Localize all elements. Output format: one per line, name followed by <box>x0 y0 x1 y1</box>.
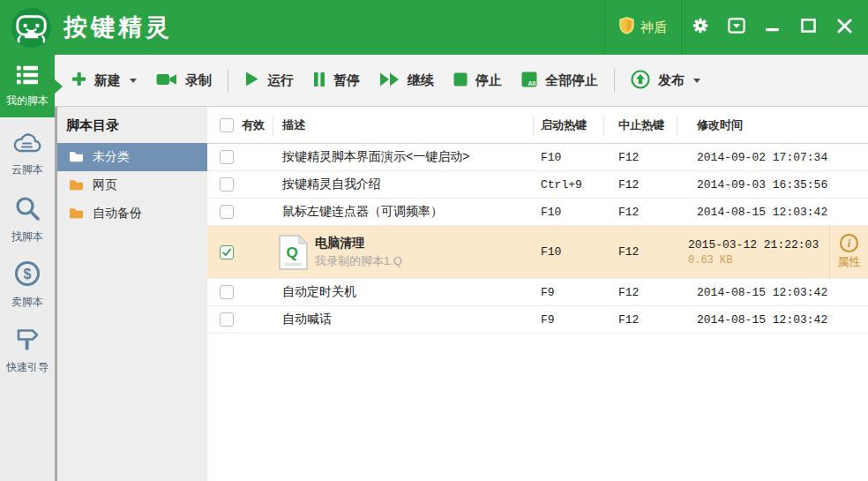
info-icon: i <box>840 234 858 252</box>
publish-button[interactable]: 发布 <box>621 63 710 98</box>
sidebar-item-label: 快速引导 <box>6 360 49 375</box>
minimize-button[interactable] <box>754 0 790 55</box>
abort-hotkey: F12 <box>604 245 677 259</box>
modified-time: 2014-08-15 12:03:42 <box>677 286 868 299</box>
pause-label: 暂停 <box>333 72 360 89</box>
sidebar-item-cloud-scripts[interactable]: 云脚本 <box>0 126 55 183</box>
pause-button[interactable]: 暂停 <box>303 63 370 98</box>
titlebar: 按键精灵 神盾 <box>0 0 868 55</box>
folder-item-label: 网页 <box>93 177 117 193</box>
camera-icon <box>156 71 177 90</box>
chevron-down-icon <box>693 79 700 83</box>
abort-hotkey: F12 <box>604 206 677 219</box>
script-file-icon: Q <box>279 235 308 270</box>
folder-item-uncategorized[interactable]: 未分类 <box>57 143 207 171</box>
script-row[interactable]: 鼠标左键连点器（可调频率） F10 F12 2014-08-15 12:03:4… <box>207 199 868 226</box>
publish-label: 发布 <box>658 72 685 89</box>
plus-icon <box>71 71 86 89</box>
titlebar-controls: 神盾 <box>604 0 868 55</box>
cloud-icon <box>12 132 42 158</box>
search-icon <box>14 195 41 225</box>
separator <box>228 69 228 93</box>
start-hotkey: F9 <box>534 286 604 299</box>
script-row[interactable]: 按键精灵脚本界面演示<一键启动> F10 F12 2014-09-02 17:0… <box>207 144 868 171</box>
row-checkbox[interactable] <box>220 177 234 192</box>
column-header-abort-hotkey: 中止热键 <box>604 115 677 136</box>
continue-label: 继续 <box>408 72 434 89</box>
folder-item-label: 自动备份 <box>93 206 142 222</box>
stop-button[interactable]: 停止 <box>444 63 512 98</box>
script-description: 按键精灵脚本界面演示<一键启动> <box>273 149 534 165</box>
sidebar-item-my-scripts[interactable]: 我的脚本 <box>0 55 55 117</box>
file-size: 0.63 KB <box>688 254 829 267</box>
svg-text:Q: Q <box>286 244 297 261</box>
record-button[interactable]: 录制 <box>146 63 221 98</box>
folder-icon <box>69 178 84 193</box>
tray-minimize-icon <box>728 18 745 37</box>
script-description: 自动喊话 <box>273 312 534 327</box>
abort-hotkey: F12 <box>604 286 677 299</box>
app-window: 按键精灵 神盾 <box>0 0 868 481</box>
script-list-icon <box>15 64 40 90</box>
script-title: 电脑清理 <box>315 236 402 252</box>
record-label: 录制 <box>185 72 212 89</box>
start-hotkey: F10 <box>534 151 604 164</box>
new-script-label: 新建 <box>94 72 121 89</box>
script-directory-panel: 脚本目录 未分类 网页 自动备份 <box>55 107 207 481</box>
toolbar: 新建 录制 运行 <box>55 55 868 107</box>
stop-all-button[interactable]: All 全部停止 <box>512 63 608 98</box>
stop-all-icon: All <box>521 71 537 90</box>
shield-button[interactable]: 神盾 <box>605 17 681 38</box>
modified-time: 2014-09-03 16:35:56 <box>677 178 868 192</box>
script-description: 鼠标左键连点器（可调频率） <box>273 204 534 220</box>
modified-time: 2014-08-15 12:03:42 <box>677 206 868 219</box>
app-title: 按键精灵 <box>64 11 173 43</box>
close-icon <box>837 19 852 37</box>
abort-hotkey: F12 <box>604 151 677 164</box>
sidebar-item-sell-scripts[interactable]: $ 卖脚本 <box>0 257 55 313</box>
stop-label: 停止 <box>475 72 502 89</box>
script-file-name: 我录制的脚本1.Q <box>315 253 402 269</box>
maximize-icon <box>801 19 816 36</box>
column-header-start-hotkey: 启动热键 <box>534 115 604 136</box>
script-table: 有效 描述 启动热键 中止热键 修改时间 按键精灵脚本界面演示<一键启动> F1… <box>207 107 868 481</box>
svg-text:All: All <box>528 79 536 86</box>
script-row[interactable]: 自动定时关机 F9 F12 2014-08-15 12:03:42 <box>207 279 868 306</box>
continue-button[interactable]: 继续 <box>370 63 444 98</box>
row-checkbox[interactable] <box>220 150 234 164</box>
folder-icon <box>69 207 84 222</box>
script-directory-title: 脚本目录 <box>57 107 207 143</box>
script-row[interactable]: 按键精灵自我介绍 Ctrl+9 F12 2014-09-03 16:35:56 <box>207 171 868 199</box>
main-area: 新建 录制 运行 <box>55 55 868 481</box>
stop-all-label: 全部停止 <box>545 72 598 89</box>
sidebar-item-find-scripts[interactable]: 找脚本 <box>0 192 55 248</box>
svg-text:$: $ <box>24 267 32 282</box>
signpost-icon <box>14 326 41 356</box>
close-button[interactable] <box>827 0 863 55</box>
properties-label: 属性 <box>838 254 861 270</box>
minimize-to-tray-button[interactable] <box>718 0 754 55</box>
row-checkbox-checked[interactable] <box>220 245 234 259</box>
column-header-description: 描述 <box>273 115 534 136</box>
start-hotkey: F10 <box>534 245 604 259</box>
shield-icon <box>619 17 634 38</box>
maximize-button[interactable] <box>790 0 827 55</box>
run-button[interactable]: 运行 <box>235 63 303 98</box>
sidebar-item-quick-guide[interactable]: 快速引导 <box>0 322 55 379</box>
settings-button[interactable] <box>682 0 718 55</box>
script-row[interactable]: 自动喊话 F9 F12 2014-08-15 12:03:42 <box>207 306 868 334</box>
publish-up-arrow-icon <box>631 70 650 92</box>
start-hotkey: Ctrl+9 <box>534 178 604 192</box>
row-checkbox[interactable] <box>220 285 234 299</box>
script-row-selected[interactable]: Q 电脑清理 我录制的脚本1.Q F10 F12 2015-03-12 21:2… <box>207 226 868 279</box>
folder-item-web[interactable]: 网页 <box>57 171 207 199</box>
stop-icon <box>453 72 468 89</box>
new-script-button[interactable]: 新建 <box>62 63 146 98</box>
script-description: 自动定时关机 <box>273 284 534 300</box>
folder-item-auto-backup[interactable]: 自动备份 <box>57 199 207 228</box>
row-checkbox[interactable] <box>220 312 234 327</box>
row-checkbox[interactable] <box>220 205 234 219</box>
minimize-icon <box>766 19 780 35</box>
properties-button[interactable]: i 属性 <box>829 226 868 278</box>
select-all-checkbox[interactable] <box>220 118 234 132</box>
